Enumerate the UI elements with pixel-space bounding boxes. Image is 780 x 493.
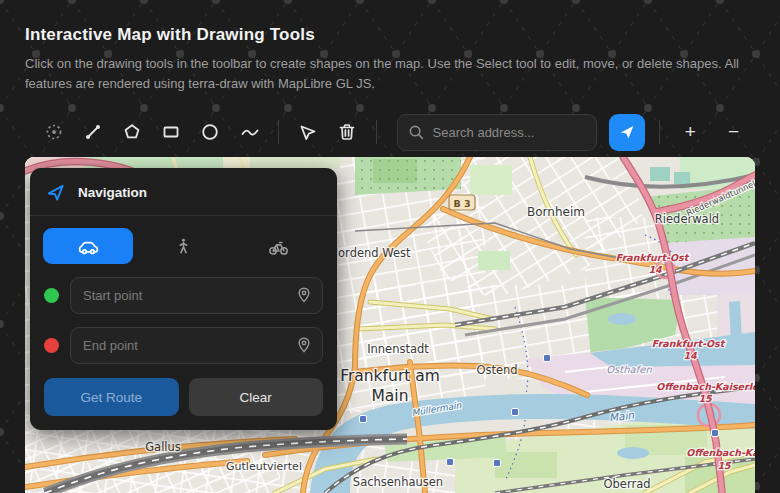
mode-walk-button[interactable] <box>138 228 228 264</box>
toolbar-divider <box>376 120 377 144</box>
freehand-tool-button[interactable] <box>230 113 269 151</box>
rectangle-tool-button[interactable] <box>152 113 191 151</box>
navigation-toggle-button[interactable] <box>609 114 645 151</box>
label-gutleutviertel: Gutleutviertel <box>226 460 302 473</box>
toolbar-divider <box>659 120 660 144</box>
label-oberrad: Oberrad <box>603 477 650 491</box>
start-point-input[interactable] <box>70 277 323 314</box>
search-input[interactable] <box>433 125 586 140</box>
point-tool-button[interactable] <box>34 113 73 151</box>
bike-icon <box>268 236 289 257</box>
label-sachsenhausen: Sachsenhausen <box>353 475 443 489</box>
page-title: Interactive Map with Drawing Tools <box>25 25 755 45</box>
end-point-dot <box>44 338 59 353</box>
label-exit-15-1: 15 <box>698 393 713 404</box>
route-actions: Get Route Clear <box>30 364 337 430</box>
page-header: Interactive Map with Drawing Tools Click… <box>0 0 780 93</box>
delete-tool-button[interactable] <box>327 113 366 151</box>
zoom-in-button[interactable]: + <box>669 113 712 151</box>
location-pin-icon[interactable] <box>295 286 313 304</box>
app-root: Interactive Map with Drawing Tools Click… <box>0 0 780 493</box>
travel-mode-group <box>30 216 337 264</box>
walk-icon <box>174 237 193 256</box>
road-shield-b3: B 3 <box>449 195 475 210</box>
freehand-icon <box>240 122 260 142</box>
label-frankfurt-am: Frankfurt am <box>340 367 440 385</box>
toolbar-divider <box>278 120 279 144</box>
label-nordend-west: Nordend West <box>329 246 411 260</box>
label-exit-14-1: 14 <box>648 264 662 275</box>
line-icon <box>83 122 103 142</box>
label-frankfurt-ost-1: Frankfurt-Ost <box>616 252 690 263</box>
end-point-input[interactable] <box>70 327 323 364</box>
drawing-toolbar: + − <box>25 113 755 151</box>
polygon-icon <box>122 122 142 142</box>
point-icon <box>44 122 64 142</box>
address-search-box[interactable] <box>397 114 597 151</box>
label-bornheim: Bornheim <box>527 205 585 219</box>
label-frankfurt-ost-2: Frankfurt-Ost <box>652 338 726 349</box>
svg-text:B 3: B 3 <box>453 198 470 209</box>
send-arrow-icon <box>618 123 636 141</box>
send-arrow-icon <box>46 183 65 202</box>
car-icon <box>78 236 99 257</box>
navigation-panel: Navigation <box>30 168 337 430</box>
start-point-dot <box>44 288 59 303</box>
mode-car-button[interactable] <box>43 228 133 264</box>
label-exit-15-2: 15 <box>717 460 732 471</box>
rectangle-icon <box>161 122 181 142</box>
label-offenbach-kaiserlei-2: Offenbach-Kaiserlei <box>686 447 755 458</box>
zoom-out-button[interactable]: − <box>712 113 755 151</box>
select-cursor-icon <box>298 122 318 142</box>
navigation-panel-title: Navigation <box>78 185 147 200</box>
end-point-row <box>30 314 337 364</box>
select-tool-button[interactable] <box>288 113 327 151</box>
clear-button[interactable]: Clear <box>189 378 324 416</box>
circle-tool-button[interactable] <box>191 113 230 151</box>
label-osthafen: Osthafen <box>606 364 652 375</box>
label-innenstadt: Innenstadt <box>367 342 429 356</box>
label-offenbach-kaiserlei-1: Offenbach-Kaiserlei <box>656 381 755 392</box>
label-exit-14-2: 14 <box>683 350 697 361</box>
page-description: Click on the drawing tools in the toolba… <box>25 54 755 93</box>
search-icon <box>408 124 425 141</box>
mode-bike-button[interactable] <box>234 228 324 264</box>
label-gallus: Gallus <box>145 440 181 454</box>
location-pin-icon[interactable] <box>295 336 313 354</box>
get-route-button[interactable]: Get Route <box>44 378 179 416</box>
line-tool-button[interactable] <box>73 113 112 151</box>
circle-icon <box>200 122 220 142</box>
navigation-panel-header: Navigation <box>30 168 337 216</box>
map-container: B 3 Nordend West Bornheim Riederwald Rie… <box>25 157 755 493</box>
trash-icon <box>337 122 357 142</box>
label-frankfurt-main: Main <box>371 387 408 405</box>
start-point-row <box>30 264 337 314</box>
polygon-tool-button[interactable] <box>112 113 151 151</box>
label-ostend: Ostend <box>476 363 517 377</box>
